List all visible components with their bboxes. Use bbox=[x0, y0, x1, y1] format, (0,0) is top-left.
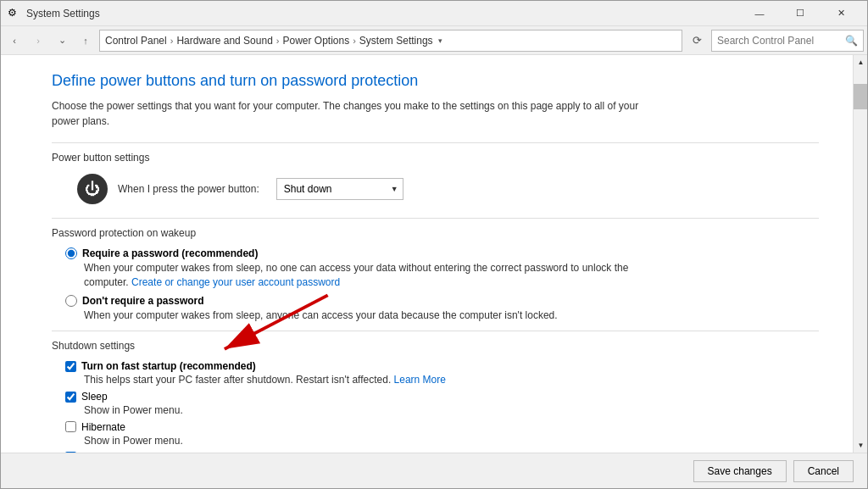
breadcrumb-dropdown-button[interactable]: ▾ bbox=[433, 30, 448, 52]
forward-button[interactable]: › bbox=[28, 31, 48, 51]
sleep-row: Sleep Show in Power menu. bbox=[65, 391, 819, 418]
sleep-desc: Show in Power menu. bbox=[84, 403, 819, 418]
radio-no-require-label[interactable]: Don't require a password bbox=[82, 295, 204, 307]
breadcrumb-power-options[interactable]: Power Options bbox=[282, 35, 349, 47]
lock-label[interactable]: Lock bbox=[81, 452, 103, 453]
fast-startup-row: Turn on fast startup (recommended) This … bbox=[65, 360, 819, 387]
window: ⚙ System Settings — ☐ ✕ ‹ › ⌄ ↑ Control … bbox=[0, 0, 868, 489]
power-icon: ⏻ bbox=[77, 174, 108, 204]
breadcrumb-control-panel[interactable]: Control Panel bbox=[105, 35, 167, 47]
create-password-link[interactable]: Create or change your user account passw… bbox=[131, 276, 340, 288]
learn-more-link[interactable]: Learn More bbox=[394, 374, 446, 386]
address-bar: ‹ › ⌄ ↑ Control Panel › Hardware and Sou… bbox=[1, 26, 867, 55]
radio-option-require: Require a password (recommended) When yo… bbox=[65, 247, 819, 290]
lock-row: Lock Show in account picture menu. bbox=[65, 452, 819, 453]
scroll-down-arrow[interactable]: ▼ bbox=[854, 438, 867, 453]
checkbox-fast-startup[interactable] bbox=[65, 361, 76, 372]
maximize-button[interactable]: ☐ bbox=[781, 1, 820, 26]
title-bar: ⚙ System Settings — ☐ ✕ bbox=[1, 1, 867, 26]
hibernate-label[interactable]: Hibernate bbox=[81, 421, 125, 433]
power-button-section-title: Power button settings bbox=[52, 152, 819, 164]
main-wrapper: Define power buttons and turn on passwor… bbox=[1, 55, 867, 453]
minimize-button[interactable]: — bbox=[740, 1, 779, 26]
page-description: Choose the power settings that you want … bbox=[52, 98, 645, 129]
scrollbar-thumb[interactable] bbox=[854, 84, 867, 109]
window-controls: — ☐ ✕ bbox=[740, 1, 860, 26]
divider-2 bbox=[52, 218, 819, 219]
up-button[interactable]: ↑ bbox=[75, 31, 96, 51]
save-button[interactable]: Save changes bbox=[693, 460, 787, 482]
refresh-button[interactable]: ⟳ bbox=[686, 30, 708, 52]
search-input[interactable] bbox=[717, 35, 845, 47]
scrollbar[interactable]: ▲ ▼ bbox=[853, 55, 867, 453]
no-require-password-desc: When your computer wakes from sleep, any… bbox=[84, 308, 635, 323]
checkbox-sleep[interactable] bbox=[65, 392, 76, 403]
cancel-button[interactable]: Cancel bbox=[793, 460, 854, 482]
breadcrumb-system-settings: System Settings bbox=[359, 35, 433, 47]
main-content: Define power buttons and turn on passwor… bbox=[1, 55, 853, 453]
divider-3 bbox=[52, 331, 819, 331]
bottom-bar: Save changes Cancel bbox=[1, 453, 867, 488]
content-area: Define power buttons and turn on passwor… bbox=[1, 55, 867, 453]
fast-startup-desc: This helps start your PC faster after sh… bbox=[84, 373, 819, 387]
close-button[interactable]: ✕ bbox=[821, 1, 860, 26]
sleep-label[interactable]: Sleep bbox=[81, 391, 108, 403]
radio-require-password[interactable] bbox=[65, 247, 77, 259]
power-button-label: When I press the power button: bbox=[118, 183, 259, 195]
radio-require-label[interactable]: Require a password (recommended) bbox=[82, 247, 258, 259]
breadcrumb-bar: Control Panel › Hardware and Sound › Pow… bbox=[99, 30, 682, 52]
fast-startup-label[interactable]: Turn on fast startup (recommended) bbox=[81, 360, 256, 372]
back-button[interactable]: ‹ bbox=[4, 31, 25, 51]
breadcrumb-hardware-sound[interactable]: Hardware and Sound bbox=[176, 35, 272, 47]
dropdown-button[interactable]: ⌄ bbox=[52, 31, 72, 51]
checkbox-lock[interactable] bbox=[65, 452, 76, 453]
search-box[interactable]: 🔍 bbox=[711, 30, 864, 52]
page-title: Define power buttons and turn on passwor… bbox=[52, 72, 819, 90]
divider-1 bbox=[52, 142, 819, 143]
window-icon: ⚙ bbox=[8, 7, 21, 20]
search-icon: 🔍 bbox=[845, 35, 858, 47]
password-section-title: Password protection on wakeup bbox=[52, 227, 819, 239]
hibernate-desc: Show in Power menu. bbox=[84, 434, 819, 448]
scroll-up-arrow[interactable]: ▲ bbox=[854, 55, 867, 69]
power-button-dropdown[interactable]: Do nothing Sleep Hibernate Shut down Tur… bbox=[276, 178, 403, 200]
radio-option-no-require: Don't require a password When your compu… bbox=[65, 295, 819, 323]
radio-no-require-password[interactable] bbox=[65, 295, 77, 307]
dropdown-wrapper: Do nothing Sleep Hibernate Shut down Tur… bbox=[276, 178, 403, 200]
window-title: System Settings bbox=[26, 8, 740, 19]
hibernate-row: Hibernate Show in Power menu. bbox=[65, 421, 819, 448]
power-button-row: ⏻ When I press the power button: Do noth… bbox=[77, 174, 819, 204]
checkbox-hibernate[interactable] bbox=[65, 421, 76, 432]
require-password-desc: When your computer wakes from sleep, no … bbox=[84, 261, 635, 290]
shutdown-section-title: Shutdown settings bbox=[52, 340, 819, 352]
